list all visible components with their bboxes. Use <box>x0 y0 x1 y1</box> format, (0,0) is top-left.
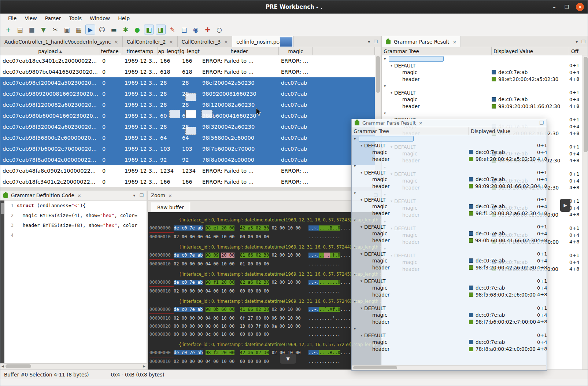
tree-leaf-row[interactable]: magicde:c0:7e:ab0+4 <box>352 203 547 210</box>
tree-packet-row[interactable]: ▾ <box>382 110 588 117</box>
expand-caret-icon[interactable]: ▾ <box>391 63 392 67</box>
table-row[interactable]: dec07eab78f8a00042c00000022…01969-12-3…9… <box>0 154 375 165</box>
menu-item-file[interactable]: File <box>4 14 21 23</box>
run-dot-icon[interactable]: ● <box>132 25 142 34</box>
puzzle-left-icon[interactable]: ◧ <box>144 25 154 34</box>
tree-leaf-row[interactable]: magicde:c0:7e:ab0+4 <box>352 339 547 346</box>
hex-scroll-down-button[interactable]: ▼ <box>280 354 296 364</box>
column-grammar-tree[interactable]: Grammar Tree <box>352 127 469 135</box>
tree-packet-row[interactable]: ▾ <box>352 135 547 142</box>
tab-close-icon[interactable]: × <box>224 39 228 45</box>
inspect-icon[interactable]: ◉ <box>191 25 201 34</box>
tree-leaf-row[interactable]: magicde:c0:7e:ab0+4 <box>352 230 547 237</box>
tree-node-row[interactable]: ▾DEFAULT0+1 <box>352 251 547 258</box>
parse-run-icon[interactable]: ▶ <box>85 25 95 34</box>
column-grammar-tree[interactable]: Grammar Tree <box>382 47 492 55</box>
scroll-right-icon[interactable]: ▶ <box>143 364 145 368</box>
code-line[interactable]: 1struct (endianness="<"){ <box>4 201 147 210</box>
tree-leaf-row[interactable]: header78:f8:a0:00:42:c0:00:004+8 <box>352 346 547 353</box>
expand-caret-icon[interactable]: ▾ <box>354 245 356 249</box>
menu-item-view[interactable]: View <box>21 14 41 23</box>
save-icon[interactable]: ■ <box>27 25 37 34</box>
tree-packet-row[interactable]: ▾ <box>352 217 547 224</box>
tree-packet-row[interactable]: ▾ <box>352 271 547 278</box>
cut-icon[interactable]: ✂ <box>50 25 60 34</box>
hex-row[interactable]: 0000001002 00 00 00 04 00 10 00 00 00 00… <box>149 233 381 241</box>
expand-caret-icon[interactable]: ▾ <box>354 164 356 168</box>
floating-window-titlebar[interactable]: Grammar Parse Result × ❐ <box>352 119 547 127</box>
tree-leaf-row[interactable]: header98:ef:20:00:42:a5:02:304+8 <box>352 156 547 163</box>
tree-leaf-row[interactable]: magicde:c0:7e:ab0+4 <box>352 176 547 183</box>
puzzle-right-icon[interactable]: ◨ <box>156 25 166 34</box>
code-panel-float-icon[interactable]: ❐ <box>140 193 144 198</box>
menu-item-parser[interactable]: Parser <box>41 14 65 23</box>
frame-icon[interactable]: □ <box>179 25 189 34</box>
expand-caret-icon[interactable]: ▾ <box>354 299 356 304</box>
tab-raw-buffer[interactable]: Raw buffer <box>151 202 190 212</box>
expand-caret-icon[interactable]: ▾ <box>384 84 386 88</box>
tab-close-icon[interactable]: × <box>169 39 173 45</box>
minimize-button[interactable]: – <box>551 4 558 10</box>
hex-row[interactable]: 0000001002 00 00 00 04 00 10 00 01 00 00… <box>149 260 381 268</box>
expand-caret-icon[interactable]: ▾ <box>360 225 362 229</box>
hex-row[interactable]: 00000000de c0 7e ab 98 09 20 00 81 66 02… <box>149 251 381 260</box>
user-icon[interactable]: ☺ <box>97 25 107 34</box>
column-header-timestamp[interactable]: timestamp <box>122 47 158 55</box>
tree-leaf-row[interactable]: magicde:c0:7e:ab0+4 <box>382 69 588 76</box>
tree-node-row[interactable]: ▾DEFAULT0+1 <box>382 62 588 69</box>
tree-node-row[interactable]: ▾DEFAULT0+1 <box>352 169 547 176</box>
tree-leaf-row[interactable]: magicde:c0:7e:ab0+4 <box>352 312 547 319</box>
hex-row[interactable]: 00000000de c0 7e ab 98 f3 20 00 42 a6 02… <box>149 349 381 357</box>
expand-caret-icon[interactable]: ▾ <box>354 137 356 141</box>
expand-caret-icon[interactable]: ▾ <box>360 170 362 174</box>
dock-overflow-icon[interactable]: ▾ <box>576 39 578 44</box>
code-line[interactable]: 4 <box>4 230 147 240</box>
import-icon[interactable]: ▼ <box>38 25 48 34</box>
tree-packet-row[interactable]: ▾ <box>382 55 588 62</box>
code-editor[interactable]: 1struct (endianness="<"){2 magic BYTES(s… <box>0 201 147 363</box>
selected-node-box[interactable] <box>359 136 414 141</box>
tab-AudioController_1_handleVocoderInfo_sync[interactable]: AudioController_1_handleVocoderInfo_sync… <box>0 36 123 47</box>
floating-window-float-icon[interactable]: ❐ <box>539 120 544 126</box>
column-header-ap_lengt[interactable]: ap_lengt <box>158 47 180 55</box>
column-header-payload[interactable]: payload▲ <box>0 47 100 55</box>
tree-packet-row[interactable]: ▾ <box>352 190 547 196</box>
tree-leaf-row[interactable]: header98:0b:60:00:41:66:02:304+8 <box>352 237 547 244</box>
expand-caret-icon[interactable]: ▾ <box>384 57 386 61</box>
tree-leaf-row[interactable]: header98:f7:b6:00:02:e7:00:004+8 <box>352 319 547 326</box>
expand-caret-icon[interactable]: ▾ <box>360 306 362 310</box>
column-displayed-value[interactable]: Displayed Value <box>469 127 537 135</box>
scroll-left-icon[interactable]: ◀ <box>1 364 4 368</box>
hex-row[interactable]: 00000000de c0 7e ab 98 f1 20 00 82 a6 02… <box>149 278 381 287</box>
zoom-panel-close-icon[interactable]: × <box>168 193 172 198</box>
expand-caret-icon[interactable]: ▾ <box>391 91 392 95</box>
hex-row[interactable]: 0000001002 00 00 00 04 00 10 00 00 00 00… <box>149 287 381 295</box>
tab-CallController_2[interactable]: CallController_2× <box>123 36 178 47</box>
floating-scrollbar-thumb[interactable] <box>353 366 397 369</box>
dock-next-button[interactable]: ▶ <box>560 199 570 212</box>
table-row[interactable]: dec07eab18ec3401c2c20000022…01969-12-3…1… <box>0 55 375 66</box>
tree-node-row[interactable]: ▾DEFAULT0+1 <box>352 224 547 231</box>
tree-packet-row[interactable]: ▾ <box>352 244 547 251</box>
floating-window-close-icon[interactable]: × <box>419 120 423 126</box>
column-header-header[interactable]: header <box>200 47 279 55</box>
column-displayed-value[interactable]: Displayed Value <box>492 47 569 55</box>
tree-node-row[interactable]: ▾DEFAULT0+1 <box>352 278 547 285</box>
horizontal-splitter[interactable] <box>0 187 381 191</box>
screen-icon[interactable]: ▬ <box>109 25 119 34</box>
table-row[interactable]: dec07eab18fc3401c2c20000022…01969-12-3…1… <box>0 176 375 187</box>
tree-vertical-scrollbar[interactable] <box>583 55 588 370</box>
tree-leaf-row[interactable]: magicde:c0:7e:ab0+4 <box>352 284 547 291</box>
expand-caret-icon[interactable]: ▾ <box>360 333 362 337</box>
menu-item-tools[interactable]: Tools <box>65 14 86 23</box>
expand-caret-icon[interactable]: ▾ <box>354 272 356 276</box>
table-row[interactable]: dec07eab98f7b60002e70000020…01969-12-3…1… <box>0 143 375 154</box>
tab-grammar-parse-result[interactable]: Grammar Parse Result × <box>382 36 461 47</box>
hex-row[interactable]: 0000001002 00 00 00 04 00 10 00 0f 27 00… <box>149 314 381 322</box>
column-offset[interactable]: Off <box>569 47 588 55</box>
expand-caret-icon[interactable]: ▾ <box>360 279 362 283</box>
code-line[interactable]: 3 header BYTES(size=(8), show="hex", col… <box>4 220 147 230</box>
search-icon[interactable]: ○ <box>214 25 224 34</box>
expand-caret-icon[interactable]: ▾ <box>384 111 386 115</box>
menu-item-window[interactable]: Window <box>86 14 114 23</box>
